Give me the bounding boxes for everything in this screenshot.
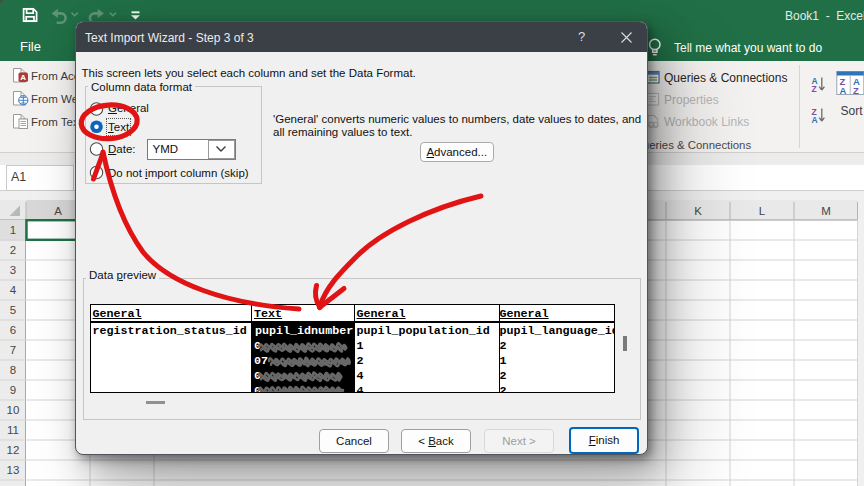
svg-text:1: 1 <box>10 224 16 236</box>
svg-text:A: A <box>840 85 847 96</box>
svg-text:M: M <box>821 205 831 217</box>
svg-text:Z: Z <box>853 85 859 96</box>
svg-text:9: 9 <box>10 384 16 396</box>
svg-text:8: 8 <box>10 364 16 376</box>
svg-text:10: 10 <box>7 404 20 416</box>
svg-text:3: 3 <box>10 264 16 276</box>
svg-text:7: 7 <box>10 344 16 356</box>
svg-text:K: K <box>694 205 702 217</box>
svg-text:5: 5 <box>10 304 16 316</box>
svg-text:L: L <box>759 205 766 217</box>
svg-text:A: A <box>812 115 818 125</box>
svg-text:11: 11 <box>7 424 19 436</box>
svg-text:A: A <box>20 73 26 82</box>
svg-text:Sort: Sort <box>841 104 864 118</box>
svg-text:13: 13 <box>7 464 20 476</box>
svg-text:Z: Z <box>812 84 817 94</box>
svg-text:4: 4 <box>10 284 17 296</box>
svg-text:A: A <box>54 205 62 217</box>
svg-text:6: 6 <box>10 324 16 336</box>
svg-text:2: 2 <box>10 244 16 256</box>
svg-text:12: 12 <box>7 444 20 456</box>
